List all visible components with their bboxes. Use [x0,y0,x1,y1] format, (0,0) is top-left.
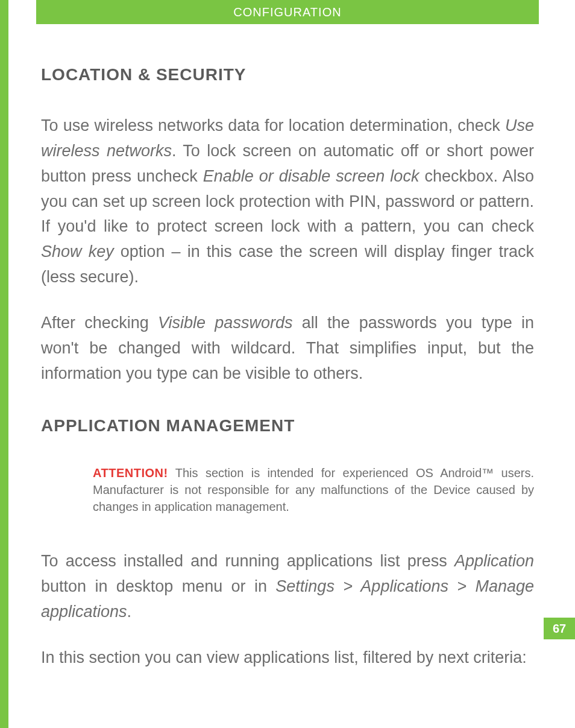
appmgmt-paragraph-2: In this section you can view application… [41,645,534,671]
italic-application: Application [454,552,534,570]
appmgmt-paragraph-1: To access installed and running applicat… [41,549,534,625]
attention-label: ATTENTION! [93,466,168,480]
page-header: CONFIGURATION [36,0,539,24]
left-side-bar [0,0,8,728]
italic-show-key: Show key [41,242,114,261]
locsec-paragraph-2: After checking Visible passwords all the… [41,311,534,387]
text-run: After checking [41,314,158,332]
italic-visible-passwords: Visible passwords [158,314,292,332]
page-content: LOCATION & SECURITY To use wireless netw… [41,65,534,691]
attention-note: ATTENTION! This section is intended for … [93,464,534,515]
italic-enable-disable-screen-lock: Enable or disable screen lock [203,167,419,185]
heading-application-management: APPLICATION MANAGEMENT [41,416,534,435]
text-run: To access installed and running applicat… [41,552,454,570]
text-run: button in desktop menu or in [41,577,275,595]
locsec-paragraph-1: To use wireless networks data for locati… [41,113,534,290]
text-run: option – in this case the screen will di… [41,242,534,286]
page-number-badge: 67 [544,618,575,639]
heading-location-security: LOCATION & SECURITY [41,65,534,84]
text-run: . [127,603,132,621]
text-run: To use wireless networks data for locati… [41,116,505,135]
